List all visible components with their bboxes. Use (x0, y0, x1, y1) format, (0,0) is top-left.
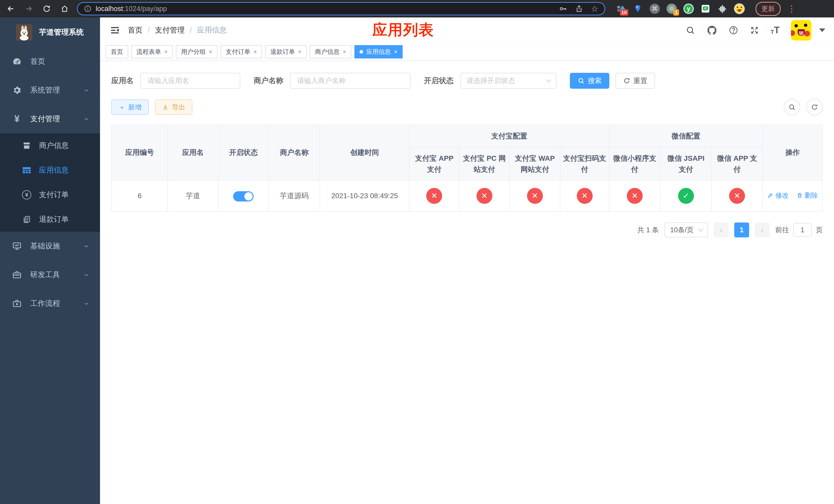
sidebar-item-merchant-info[interactable]: 商户信息 (0, 133, 100, 158)
forward-icon[interactable] (24, 4, 34, 14)
col-app-id: 应用编号 (112, 125, 168, 180)
user-avatar[interactable] (791, 20, 811, 41)
header-search-icon[interactable] (685, 25, 695, 35)
tab-user-group[interactable]: 用户分组× (176, 45, 218, 59)
reset-button[interactable]: 重置 (615, 73, 655, 89)
sidebar-item-payment[interactable]: ¥ 支付管理 (0, 105, 100, 133)
goto-page-input[interactable] (793, 223, 812, 237)
extensions-puzzle-icon[interactable] (717, 3, 728, 14)
extension-diamond-icon[interactable]: 10 (615, 3, 626, 14)
sidebar-item-app-info[interactable]: 应用信息 (0, 158, 100, 183)
sidebar-item-infrastructure[interactable]: 基础设施 (0, 232, 100, 260)
search-form: 应用名 商户名称 开启状态 请选择开启状态 搜索 重置 (111, 73, 823, 89)
delete-link[interactable]: 删除 (796, 190, 818, 201)
search-button[interactable]: 搜索 (570, 73, 609, 89)
sidebar: 芋道管理系统 首页 系统管理 ¥ 支付管理 商户信息 (0, 18, 100, 504)
bookmark-star-icon[interactable]: ☆ (591, 4, 598, 14)
reload-icon[interactable] (42, 4, 52, 14)
extension-balloon-icon[interactable] (632, 3, 643, 14)
close-icon[interactable]: × (254, 49, 257, 55)
tab-refund-order[interactable]: 退款订单× (265, 45, 307, 59)
close-icon[interactable]: × (209, 49, 212, 55)
tab-app-info[interactable]: 应用信息× (354, 45, 403, 59)
refresh-table-button[interactable] (806, 99, 823, 115)
plus-icon: ＋ (118, 104, 125, 111)
next-page-button[interactable]: › (755, 223, 770, 237)
merchant-name-label: 商户名称 (254, 76, 283, 86)
back-icon[interactable] (6, 4, 16, 14)
add-button[interactable]: ＋ 新增 (111, 99, 149, 115)
github-icon[interactable] (706, 25, 717, 36)
col-merchant: 商户名称 (269, 125, 320, 180)
url-bar[interactable]: localhost:1024/pay/app ☆ (77, 2, 605, 15)
close-icon[interactable]: × (343, 49, 346, 55)
page-info-icon[interactable] (84, 5, 91, 13)
extension-recorder-icon[interactable]: 1 (666, 3, 677, 14)
prev-page-button[interactable]: ‹ (714, 223, 729, 237)
profile-emoji-avatar[interactable] (734, 3, 745, 14)
extension-command-icon[interactable]: ⌘ (649, 3, 660, 14)
sidebar-item-pay-order[interactable]: ¥ 支付订单 (0, 183, 100, 207)
chevron-down-icon (546, 77, 551, 82)
cell-created: 2021-10-23 08:49:25 (320, 180, 409, 211)
toggle-search-button[interactable] (784, 99, 800, 115)
export-button[interactable]: 导出 (155, 99, 192, 115)
current-page-button[interactable]: 1 (734, 223, 749, 237)
font-size-icon[interactable]: TT (771, 26, 780, 35)
dashboard-icon (11, 56, 23, 66)
browser-menu-icon[interactable]: ⋮ (787, 4, 796, 14)
status-toggle[interactable] (233, 191, 254, 202)
status-select[interactable]: 请选择开启状态 (460, 73, 556, 89)
col-wechat-jsapi: 微信 JSAPI 支付 (660, 147, 712, 180)
url-text: localhost:1024/pay/app (96, 5, 554, 13)
status-circle: ✕ (527, 188, 543, 204)
close-icon[interactable]: × (394, 49, 397, 55)
sidebar-item-refund-order[interactable]: 退款订单 (0, 207, 100, 232)
edit-link[interactable]: 修改 (767, 190, 789, 201)
browser-update-button[interactable]: 更新 (755, 2, 781, 16)
yen-icon: ¥ (11, 114, 23, 123)
tab-process-form[interactable]: 流程表单× (131, 45, 173, 59)
cell-actions: 修改 删除 (763, 180, 822, 211)
fullscreen-icon[interactable] (750, 25, 760, 35)
table-grid-icon (21, 165, 32, 175)
status-circle: ✕ (729, 188, 745, 204)
col-alipay-qr: 支付宝扫码支付 (560, 147, 609, 180)
app-table: 应用编号 应用名 开启状态 商户名称 创建时间 支付宝配置 微信配置 操作 支付… (111, 124, 823, 212)
col-wechat-mini: 微信小程序支付 (609, 147, 660, 180)
cell-status (218, 180, 269, 211)
app-name-label: 应用名 (111, 76, 134, 86)
active-dot (359, 50, 363, 53)
merchant-name-input[interactable] (290, 73, 411, 89)
sidebar-fold-icon[interactable] (100, 25, 128, 36)
password-key-icon[interactable] (558, 4, 567, 13)
main-area: 首页 / 支付管理 / 应用信息 应用列表 TT (100, 18, 834, 504)
close-icon[interactable]: × (164, 49, 168, 55)
breadcrumb-payment[interactable]: 支付管理 (155, 25, 185, 36)
sidebar-item-workflow[interactable]: 工作流程 (0, 289, 100, 318)
share-icon[interactable] (575, 5, 583, 13)
sidebar-item-system[interactable]: 系统管理 (0, 76, 100, 105)
close-icon[interactable]: × (298, 49, 302, 55)
navbar-actions: TT (685, 20, 834, 41)
breadcrumb-home[interactable]: 首页 (128, 25, 142, 36)
avatar-caret-icon[interactable] (819, 28, 825, 32)
page-size-select[interactable]: 10条/页 (664, 223, 708, 237)
pagination: 共 1 条 10条/页 ‹ 1 › 前往 页 (111, 223, 823, 237)
status-label: 开启状态 (424, 76, 454, 86)
tab-pay-order[interactable]: 支付订单× (221, 45, 262, 59)
pay-order-icon: ¥ (21, 190, 32, 200)
toolbox-icon (11, 270, 23, 280)
breadcrumb-current: 应用信息 (197, 25, 227, 36)
extension-yuque-icon[interactable]: y (683, 3, 694, 14)
tab-merchant-info[interactable]: 商户信息× (310, 45, 351, 59)
app-name-input[interactable] (140, 73, 240, 89)
extension-chat-icon[interactable] (700, 3, 711, 14)
home-icon[interactable] (60, 4, 70, 14)
tab-home[interactable]: 首页 (106, 45, 128, 59)
sidebar-item-home[interactable]: 首页 (0, 47, 100, 76)
tags-view: 首页 流程表单× 用户分组× 支付订单× 退款订单× 商户信息× 应用信息× (100, 43, 834, 61)
chevron-down-icon (83, 87, 90, 94)
help-icon[interactable] (729, 25, 738, 35)
sidebar-item-dev-tools[interactable]: 研发工具 (0, 260, 100, 289)
